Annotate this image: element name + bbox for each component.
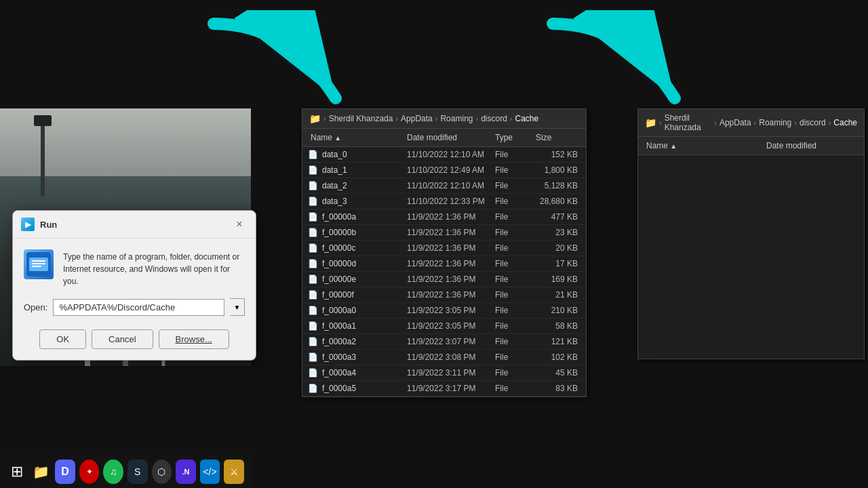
file-type: File: [492, 273, 533, 285]
file-name: f_0000a2: [322, 337, 356, 346]
taskbar-start-button[interactable]: ⊞: [7, 460, 27, 484]
run-open-input[interactable]: [53, 299, 224, 316]
file-name-cell: 📄 f_00000d: [308, 258, 404, 270]
file-type: File: [492, 211, 533, 223]
file-type: File: [492, 180, 533, 192]
breadcrumb2-user[interactable]: Sherdil Khanzada: [665, 113, 712, 132]
arrow-2: [532, 10, 702, 119]
run-dialog-body: Type the name of a program, folder, docu…: [13, 239, 256, 298]
table-row[interactable]: 📄 f_0000a5 11/9/2022 3:17 PM File 83 KB: [302, 381, 586, 396]
file-icon: 📄: [308, 306, 318, 315]
file-name: f_00000e: [322, 274, 356, 284]
table-row[interactable]: 📄 data_2 11/10/2022 12:10 AM File 5,128 …: [302, 178, 586, 194]
file-size: 169 KB: [533, 273, 580, 285]
taskbar-steam[interactable]: S: [127, 460, 148, 484]
file-name-cell: 📄 data_1: [308, 164, 404, 176]
file-size: 21 KB: [533, 289, 580, 301]
file-size: 58 KB: [533, 320, 580, 332]
table-row[interactable]: 📄 f_0000a0 11/9/2022 3:05 PM File 210 KB: [302, 303, 586, 319]
file-size: 152 KB: [533, 148, 580, 161]
col-name[interactable]: Name ▲: [308, 131, 404, 144]
taskbar-lol[interactable]: ⚔: [224, 460, 244, 484]
file-date: 11/9/2022 3:08 PM: [404, 351, 492, 363]
table-row[interactable]: 📄 f_0000a2 11/9/2022 3:07 PM File 121 KB: [302, 334, 586, 350]
run-dropdown-button[interactable]: ▼: [230, 298, 245, 316]
breadcrumb-cache[interactable]: Cache: [515, 114, 539, 123]
breadcrumb-appdata[interactable]: AppData: [401, 114, 433, 123]
file-type: File: [492, 304, 533, 317]
col2-name[interactable]: Name ▲: [644, 140, 764, 152]
breadcrumb-user[interactable]: Sherdil Khanzada: [329, 114, 393, 123]
run-close-button[interactable]: ×: [231, 216, 248, 232]
table-row[interactable]: 📄 f_00000d 11/9/2022 1:36 PM File 17 KB: [302, 256, 586, 272]
explorer2-empty-area: [638, 155, 864, 359]
file-icon: 📄: [308, 243, 318, 253]
file-type: File: [492, 148, 533, 161]
explorer2-column-headers: Name ▲ Date modified: [638, 137, 864, 155]
table-row[interactable]: 📄 f_00000a 11/9/2022 1:36 PM File 477 KB: [302, 209, 586, 225]
taskbar-system-icon[interactable]: ✦: [79, 460, 100, 484]
file-date: 11/9/2022 3:11 PM: [404, 367, 492, 379]
table-row[interactable]: 📄 f_00000f 11/9/2022 1:36 PM File 21 KB: [302, 287, 586, 303]
file-size: 477 KB: [533, 211, 580, 223]
col-size[interactable]: Size: [533, 131, 580, 144]
col2-date-modified[interactable]: Date modified: [764, 140, 859, 152]
table-row[interactable]: 📄 f_0000a1 11/9/2022 3:05 PM File 58 KB: [302, 319, 586, 334]
run-ok-button[interactable]: OK: [39, 329, 86, 349]
table-row[interactable]: 📄 data_3 11/10/2022 12:33 PM File 28,680…: [302, 194, 586, 209]
file-date: 11/9/2022 1:36 PM: [404, 289, 492, 301]
file-name: f_0000a1: [322, 321, 356, 331]
file-name-cell: 📄 f_0000a5: [308, 382, 404, 394]
table-row[interactable]: 📄 f_00000c 11/9/2022 1:36 PM File 20 KB: [302, 241, 586, 256]
file-icon: 📄: [308, 384, 318, 393]
table-row[interactable]: 📄 f_0000a4 11/9/2022 3:11 PM File 45 KB: [302, 365, 586, 381]
explorer1-file-rows: 📄 data_0 11/10/2022 12:10 AM File 152 KB…: [302, 147, 586, 396]
taskbar: ⊞ 📁 D ✦ ♫ S ⬡ .N </> ⚔: [0, 455, 251, 488]
taskbar-dotnet[interactable]: .N: [176, 460, 196, 484]
svg-rect-4: [32, 260, 45, 262]
run-browse-button[interactable]: Browse...: [159, 329, 229, 349]
taskbar-discord[interactable]: D: [55, 460, 75, 484]
taskbar-file-explorer[interactable]: 📁: [31, 460, 52, 484]
file-date: 11/9/2022 3:07 PM: [404, 336, 492, 348]
file-date: 11/9/2022 1:36 PM: [404, 258, 492, 270]
file-name-cell: 📄 f_0000a0: [308, 304, 404, 317]
run-cancel-button[interactable]: Cancel: [92, 329, 153, 349]
file-name: data_3: [322, 197, 347, 206]
table-row[interactable]: 📄 f_00000b 11/9/2022 1:36 PM File 23 KB: [302, 225, 586, 241]
run-title-text: Run: [40, 220, 57, 230]
file-name-cell: 📄 f_00000b: [308, 226, 404, 239]
file-name: f_00000f: [322, 290, 354, 300]
col-type[interactable]: Type: [492, 131, 533, 144]
run-app-icon: ▶: [21, 218, 35, 231]
explorer1-column-headers: Name ▲ Date modified Type Size: [302, 129, 586, 147]
file-date: 11/9/2022 1:36 PM: [404, 273, 492, 285]
breadcrumb2-cache[interactable]: Cache: [833, 118, 857, 127]
file-name: f_00000a: [322, 212, 356, 222]
breadcrumb-roaming[interactable]: Roaming: [440, 114, 473, 123]
table-row[interactable]: 📄 data_0 11/10/2022 12:10 AM File 152 KB: [302, 147, 586, 163]
table-row[interactable]: 📄 data_1 11/10/2022 12:49 AM File 1,800 …: [302, 163, 586, 178]
file-date: 11/9/2022 3:05 PM: [404, 304, 492, 317]
breadcrumb2-appdata[interactable]: AppData: [719, 118, 751, 127]
file-name: f_00000b: [322, 228, 356, 237]
file-date: 11/9/2022 1:36 PM: [404, 242, 492, 254]
file-icon: 📄: [308, 228, 318, 237]
file-size: 20 KB: [533, 242, 580, 254]
col-date-modified[interactable]: Date modified: [404, 131, 492, 144]
file-name: f_00000d: [322, 259, 356, 268]
taskbar-github[interactable]: ⬡: [152, 460, 172, 484]
taskbar-spotify[interactable]: ♫: [103, 460, 123, 484]
file-type: File: [492, 258, 533, 270]
breadcrumb2-roaming[interactable]: Roaming: [759, 118, 791, 127]
run-dialog: ▶ Run × Type the name of a program, fold…: [12, 210, 256, 361]
taskbar-vscode[interactable]: </>: [200, 460, 220, 484]
breadcrumb-discord[interactable]: discord: [481, 114, 507, 123]
table-row[interactable]: 📄 f_0000a3 11/9/2022 3:08 PM File 102 KB: [302, 350, 586, 365]
file-name: data_0: [322, 150, 347, 159]
explorer2-breadcrumb: 📁 › Sherdil Khanzada › AppData › Roaming…: [638, 109, 864, 137]
file-size: 102 KB: [533, 351, 580, 363]
table-row[interactable]: 📄 f_00000e 11/9/2022 1:36 PM File 169 KB: [302, 272, 586, 287]
file-type: File: [492, 320, 533, 332]
breadcrumb2-discord[interactable]: discord: [800, 118, 826, 127]
